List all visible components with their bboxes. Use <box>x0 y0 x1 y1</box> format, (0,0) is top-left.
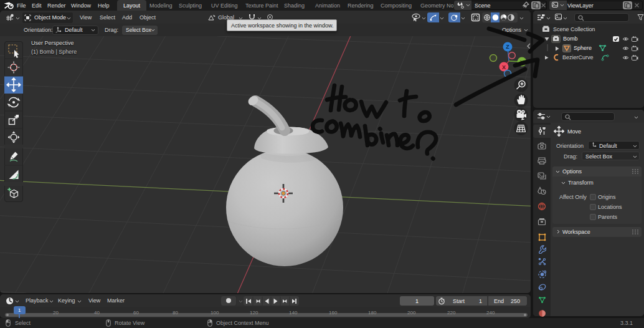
svg-text:Z: Z <box>506 44 509 50</box>
svg-text:Y: Y <box>520 59 524 65</box>
svg-text:X: X <box>502 64 506 70</box>
